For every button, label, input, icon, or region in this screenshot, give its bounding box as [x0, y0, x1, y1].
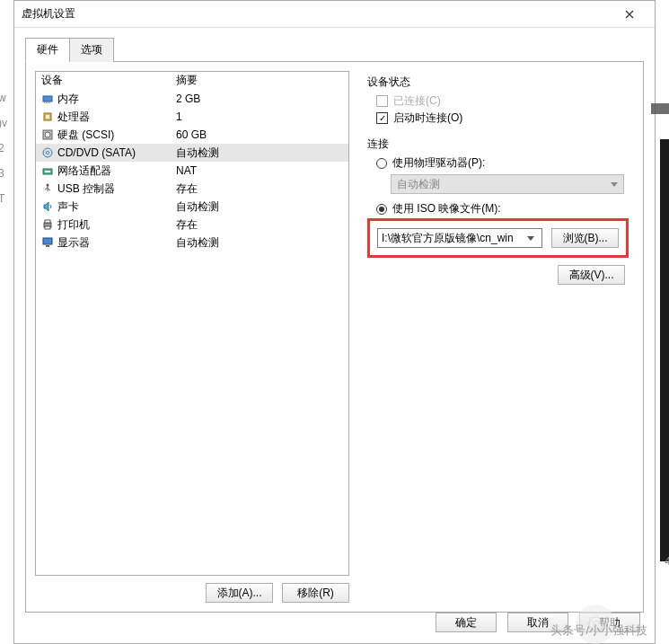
printer-icon [41, 218, 54, 231]
physical-drive-value: 自动检测 [397, 177, 440, 192]
display-icon [41, 236, 54, 249]
close-button[interactable] [612, 4, 647, 25]
tab-bar: 硬件 选项 [25, 38, 644, 62]
memory-icon [41, 93, 54, 105]
device-name: 声卡 [57, 199, 79, 215]
device-name: 打印机 [57, 217, 90, 233]
dialog-bottom-buttons: 确定 取消 帮助 [25, 613, 644, 632]
hardware-right: 设备状态 已连接(C) 启动时连接(O) 连接 [364, 71, 634, 603]
device-summary: 1 [176, 110, 343, 123]
add-button[interactable]: 添加(A)... [206, 583, 273, 603]
svg-point-8 [45, 132, 50, 137]
device-row-display[interactable]: 显示器自动检测 [36, 234, 348, 251]
svg-rect-17 [43, 238, 52, 244]
device-name: 处理器 [57, 110, 90, 125]
device-row-cd[interactable]: CD/DVD (SATA)自动检测 [36, 144, 348, 162]
svg-rect-18 [46, 245, 49, 247]
device-summary: NAT [176, 164, 343, 177]
close-icon [625, 10, 634, 19]
device-status-title: 设备状态 [367, 75, 629, 90]
svg-point-10 [47, 152, 49, 154]
connection-title: 连接 [367, 137, 629, 152]
device-summary: 2 GB [176, 93, 343, 105]
device-name: CD/DVD (SATA) [57, 146, 136, 159]
svg-rect-4 [49, 101, 50, 103]
cancel-button[interactable]: 取消 [507, 613, 568, 632]
device-row-printer[interactable]: 打印机存在 [36, 216, 348, 234]
device-row-disk[interactable]: 硬盘 (SCSI)60 GB [36, 126, 348, 144]
physical-drive-select: 自动检测 [391, 174, 624, 194]
clipped-right-num: 4 [665, 555, 669, 568]
use-physical-label: 使用物理驱动器(P): [392, 155, 485, 171]
device-row-usb[interactable]: USB 控制器存在 [36, 180, 348, 198]
tab-hardware[interactable]: 硬件 [25, 38, 70, 62]
net-icon [41, 164, 54, 177]
connected-checkbox [376, 95, 388, 107]
use-iso-label: 使用 ISO 映像文件(M): [392, 201, 501, 216]
svg-rect-1 [44, 101, 45, 103]
connection-group: 连接 使用物理驱动器(P): 自动检测 [367, 137, 629, 285]
vm-settings-dialog: 虚拟机设置 硬件 选项 设备 摘要 内存2 GB处理器1硬盘 (SCSI)60 … [13, 0, 656, 644]
device-row-net[interactable]: 网络适配器NAT [36, 162, 348, 180]
device-summary: 自动检测 [176, 235, 343, 251]
svg-rect-3 [48, 101, 48, 103]
advanced-button[interactable]: 高级(V)... [558, 265, 625, 285]
watermark-badge: ۞ [576, 604, 615, 644]
device-status-group: 设备状态 已连接(C) 启动时连接(O) [367, 75, 629, 126]
side-watermark-text: 路由器 [651, 103, 669, 114]
device-name: 显示器 [57, 235, 90, 251]
side-dark-strip [660, 139, 669, 561]
device-summary: 自动检测 [176, 199, 343, 215]
remove-button[interactable]: 移除(R) [282, 583, 349, 603]
device-name: 内存 [57, 92, 79, 107]
col-summary-header: 摘要 [176, 73, 343, 88]
cd-icon [41, 146, 54, 159]
iso-highlight-box: I:\微软官方原版镜像\cn_win 浏览(B)... [367, 218, 629, 258]
usb-icon [41, 182, 54, 195]
svg-rect-0 [43, 96, 52, 101]
device-name: 硬盘 (SCSI) [57, 128, 114, 143]
hardware-panel: 设备 摘要 内存2 GB处理器1硬盘 (SCSI)60 GBCD/DVD (SA… [25, 61, 644, 613]
use-physical-radio[interactable] [376, 158, 387, 169]
device-summary: 存在 [176, 217, 343, 233]
clipped-background-text: w)v23T [0, 79, 7, 217]
ok-button[interactable]: 确定 [436, 613, 497, 632]
window-title: 虚拟机设置 [22, 6, 612, 22]
svg-rect-12 [45, 171, 50, 172]
use-iso-radio[interactable] [376, 204, 387, 215]
disk-icon [41, 128, 54, 141]
tab-options[interactable]: 选项 [69, 38, 114, 62]
device-name: 网络适配器 [57, 163, 111, 179]
svg-rect-15 [45, 220, 50, 223]
connect-at-poweron-checkbox[interactable] [376, 112, 388, 124]
svg-rect-6 [46, 115, 49, 119]
device-row-memory[interactable]: 内存2 GB [36, 90, 348, 108]
device-row-cpu[interactable]: 处理器1 [36, 108, 348, 126]
device-summary: 存在 [176, 181, 343, 197]
col-device-header: 设备 [41, 73, 176, 88]
device-name: USB 控制器 [57, 181, 115, 197]
device-list-header: 设备 摘要 [36, 72, 348, 90]
browse-button[interactable]: 浏览(B)... [551, 228, 619, 248]
svg-rect-16 [45, 226, 50, 229]
hardware-left: 设备 摘要 内存2 GB处理器1硬盘 (SCSI)60 GBCD/DVD (SA… [35, 71, 349, 603]
device-summary: 60 GB [176, 128, 343, 141]
iso-path-value: I:\微软官方原版镜像\cn_win [382, 231, 514, 246]
iso-path-combo[interactable]: I:\微软官方原版镜像\cn_win [377, 228, 542, 248]
device-list[interactable]: 设备 摘要 内存2 GB处理器1硬盘 (SCSI)60 GBCD/DVD (SA… [35, 71, 349, 576]
titlebar: 虚拟机设置 [14, 1, 655, 28]
chevron-down-icon [611, 182, 618, 187]
device-row-sound[interactable]: 声卡自动检测 [36, 198, 348, 216]
connect-at-poweron-label: 启动时连接(O) [393, 110, 462, 126]
device-summary: 自动检测 [176, 146, 343, 161]
connected-label: 已连接(C) [393, 93, 441, 109]
sound-icon [41, 200, 54, 213]
chevron-down-icon[interactable] [524, 230, 538, 246]
cpu-icon [41, 110, 54, 123]
svg-rect-2 [46, 101, 47, 103]
